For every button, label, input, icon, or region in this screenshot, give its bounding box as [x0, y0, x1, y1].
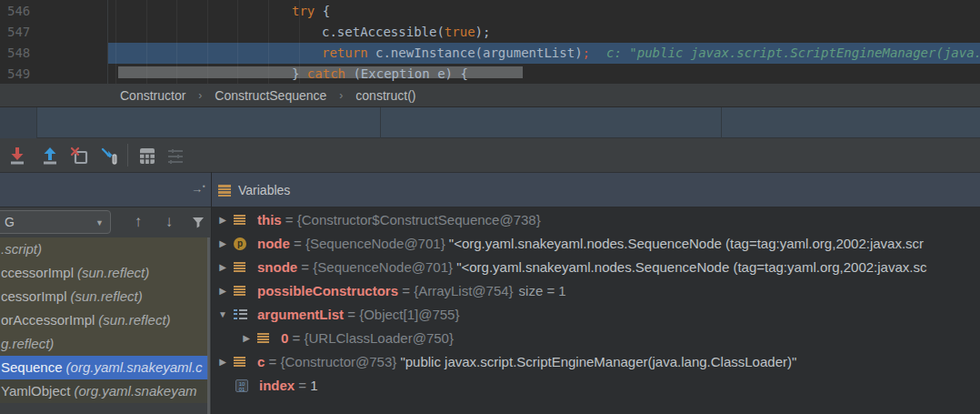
primitive-icon — [235, 379, 248, 392]
panel-splitter[interactable] — [211, 172, 212, 414]
variable-ref: {Object[1]@755} — [359, 307, 459, 322]
toolbar-divider — [127, 144, 128, 167]
frames-panel: G ▼ ↑ ↓ .script) ccessorImpl(sun.reflect… — [0, 207, 211, 414]
stack-frame[interactable]: ccessorImpl(sun.reflect) — [0, 261, 208, 285]
collection-size: size = 1 — [519, 283, 566, 298]
editor-gutter[interactable]: 546 547 548 549 — [0, 0, 108, 84]
thread-name: G — [5, 215, 15, 229]
value-icon — [234, 286, 245, 297]
breadcrumb-item-class[interactable]: Constructor — [120, 88, 185, 103]
frame-package: (sun.reflect) — [98, 312, 170, 328]
value-icon — [257, 333, 269, 344]
drop-frame-icon[interactable] — [69, 146, 91, 167]
variables-stack-icon — [218, 185, 231, 197]
frame-method: YamlObject — [1, 383, 70, 399]
stack-frame[interactable]: YamlObject(org.yaml.snakeyam — [0, 379, 208, 403]
expand-arrow-icon[interactable] — [240, 327, 253, 350]
variable-ref: {Constructor@753} — [280, 354, 400, 369]
variable-ref: {SequenceNode@701} — [313, 259, 456, 275]
variable-ref: {Constructor$ConstructSequence@738} — [297, 212, 541, 227]
thread-selector-dropdown[interactable]: G ▼ — [0, 210, 111, 234]
variable-row-index[interactable]: index = 1 — [212, 374, 980, 398]
frame-package: (sun.reflect) — [77, 265, 149, 280]
expand-arrow-icon[interactable] — [216, 350, 229, 374]
debug-toolwindow-strip — [0, 107, 980, 138]
variable-name: index — [259, 378, 295, 393]
line-number: 549 — [7, 64, 30, 84]
pin-to-source-icon[interactable]: →▪ — [191, 182, 205, 196]
frame-method: Sequence — [1, 359, 63, 375]
code-text: } — [292, 66, 307, 81]
keyword: return — [322, 45, 368, 60]
trace-settings-disabled-icon — [165, 146, 186, 167]
variable-row-c[interactable]: c = {Constructor@753} "public javax.scri… — [212, 350, 980, 374]
stack-frame[interactable]: g.reflect) — [0, 332, 208, 356]
code-text: { — [315, 4, 330, 18]
code-line-546[interactable]: try { — [108, 1, 980, 22]
variable-row-possibleConstructors[interactable]: possibleConstructors = {ArrayList@754}si… — [212, 279, 980, 303]
stack-frame[interactable]: cessorImpl(sun.reflect) — [0, 285, 208, 308]
evaluate-expression-icon[interactable] — [136, 146, 158, 167]
expand-arrow-icon[interactable] — [216, 256, 229, 279]
code-line-549[interactable]: } catch (Exception e) { — [108, 64, 980, 84]
line-number: 548 — [7, 43, 30, 64]
parameter-icon — [234, 237, 246, 250]
variable-name: snode — [257, 259, 297, 275]
chevron-down-icon: ▼ — [95, 211, 104, 235]
strip-divider — [721, 107, 722, 138]
run-to-cursor-icon[interactable] — [99, 146, 121, 167]
variable-row-this[interactable]: this = {Constructor$ConstructSequence@73… — [212, 208, 980, 232]
frames-scrollbar[interactable] — [207, 237, 210, 414]
stack-frame[interactable]: orAccessorImpl(sun.reflect) — [0, 308, 208, 332]
variables-panel: this = {Constructor$ConstructSequence@73… — [212, 207, 980, 414]
variable-ref: {ArrayList@754} — [414, 283, 513, 298]
variable-string-value: "<org.yaml.snakeyaml.nodes.SequenceNode … — [449, 236, 924, 251]
variable-string-value: "<org.yaml.snakeyaml.nodes.SequenceNode … — [456, 259, 926, 275]
expand-arrow-icon[interactable] — [216, 232, 229, 256]
variable-string-value: "public javax.script.ScriptEngineManager… — [400, 354, 796, 369]
code-text: ; — [583, 45, 590, 60]
variable-row-node[interactable]: node = {SequenceNode@701} "<org.yaml.sna… — [212, 232, 980, 256]
expand-arrow-icon[interactable] — [216, 279, 229, 303]
array-icon — [234, 309, 247, 321]
step-out-icon[interactable] — [40, 146, 60, 166]
variable-value: 1 — [310, 378, 317, 393]
tab-variables[interactable]: Variables — [218, 173, 290, 207]
tab-label: Variables — [238, 183, 290, 197]
strip-divider — [36, 107, 37, 138]
chevron-right-icon: › — [339, 89, 343, 102]
breadcrumb-item-method[interactable]: construct() — [355, 88, 415, 103]
frame-up-button[interactable]: ↑ — [124, 209, 153, 235]
code-text: (Exception e) { — [345, 66, 468, 81]
code-line-547[interactable]: c.setAccessible(true); — [108, 22, 980, 43]
variable-row-snode[interactable]: snode = {SequenceNode@701} "<org.yaml.sn… — [212, 256, 980, 279]
frame-method: ccessorImpl — [1, 265, 74, 280]
arrow-down-icon: ↓ — [165, 213, 174, 231]
variable-ref: {SequenceNode@701} — [305, 236, 449, 251]
frame-down-button[interactable]: ↓ — [155, 209, 184, 235]
frame-package: .script) — [1, 241, 42, 257]
variable-name: possibleConstructors — [257, 283, 398, 298]
frame-package: g.reflect) — [1, 336, 54, 351]
code-editor[interactable]: 546 547 548 549 try { c.setAccessible(tr… — [0, 0, 980, 84]
frame-package: (org.yaml.snakeyaml.c — [66, 359, 203, 375]
value-icon — [234, 262, 245, 273]
inline-debugger-hint: c: "public javax.script.ScriptEngineMana… — [606, 45, 980, 60]
collapse-arrow-icon[interactable] — [216, 303, 229, 327]
chevron-right-icon: › — [198, 89, 202, 102]
code-line-548-current[interactable]: return c.newInstance(argumentList);c: "p… — [108, 43, 980, 64]
variable-row-element-0[interactable]: 0 = {URLClassLoader@750} — [212, 327, 980, 350]
variable-name: this — [257, 212, 282, 227]
stack-frame-selected[interactable]: Sequence(org.yaml.snakeyaml.c — [0, 356, 208, 379]
variables-panel-header: →▪ Variables — [0, 172, 980, 207]
value-icon — [234, 215, 245, 226]
step-into-icon[interactable] — [7, 146, 27, 166]
stack-frame[interactable]: .script) — [0, 237, 208, 261]
debug-stepping-toolbar — [0, 138, 980, 172]
filter-frames-button[interactable] — [184, 209, 211, 235]
expand-arrow-icon[interactable] — [216, 208, 229, 232]
variable-row-argumentList[interactable]: argumentList = {Object[1]@755} — [212, 303, 980, 327]
breadcrumb-item-inner-class[interactable]: ConstructSequence — [215, 88, 326, 103]
strip-left-section — [0, 107, 36, 138]
arrow-up-icon: ↑ — [135, 213, 143, 231]
